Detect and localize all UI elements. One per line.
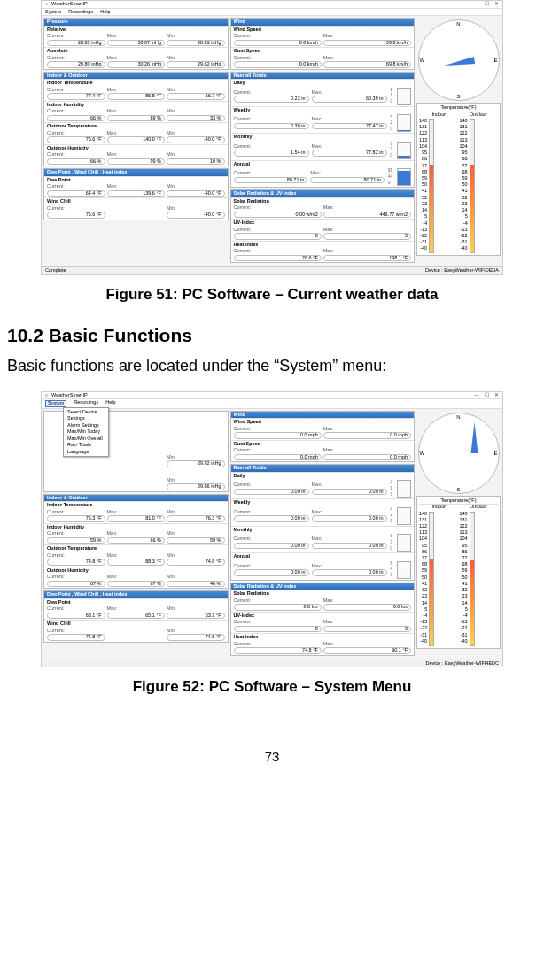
dewpoint-min[interactable]: 63.1 °F [167,613,225,620]
minimize-button[interactable]: — [473,393,480,398]
windchill-min[interactable]: 74.8 °F [167,634,225,641]
outdoor-temp-max[interactable]: 88.3 °F [107,559,166,566]
annual-current[interactable]: 80.71 in [234,177,308,184]
menu-system[interactable]: System [45,400,66,407]
dewpoint-max[interactable]: 139.6 °F [107,190,166,197]
menu-alarm-settings[interactable]: Alarm Settings [64,422,108,429]
indoor-temp-current[interactable]: 77.4 °F [47,93,105,100]
daily-max[interactable]: 60.39 in [312,96,387,103]
solar-rad-current[interactable]: 0.00 w/m2 [234,212,322,219]
outdoor-hum-current[interactable]: 67 % [47,581,105,588]
menu-recordings[interactable]: Recordings [74,400,98,407]
indoor-temp-current[interactable]: 76.3 °F [47,515,105,522]
daily-max[interactable]: 0.00 in [312,489,387,496]
indoor-temp-max[interactable]: 81.0 °F [107,515,166,522]
heat-current[interactable]: 76.6 °F [234,255,322,262]
uv-max[interactable]: 5 [323,233,411,240]
menu-maxmin-today[interactable]: Max/Min Today [64,428,108,436]
monthly-max[interactable]: 0.00 in [312,543,387,550]
menu-help[interactable]: Help [100,10,110,15]
uv-max[interactable]: 0 [323,626,411,633]
menu-recordings[interactable]: Recordings [68,10,93,15]
close-button[interactable]: ✕ [493,393,500,398]
outdoor-temp-min[interactable]: -40.0 °F [167,136,225,143]
outdoor-hum-max[interactable]: 99 % [107,158,166,166]
indoor-temp-max[interactable]: 85.8 °F [107,93,166,100]
windspeed-current[interactable]: 0.0 mph [234,432,322,439]
daily-current[interactable]: 0.22 in [234,96,309,103]
maximize-button[interactable]: ☐ [483,393,490,398]
solar-rad-max[interactable]: 0.0 lux [323,604,411,611]
gust-max[interactable]: 69.8 km/h [323,61,411,68]
windchill-min[interactable]: -40.0 °F [167,212,225,219]
indoor-temp-min[interactable]: 76.3 °F [167,515,225,522]
uv-current[interactable]: 0 [234,233,322,240]
windchill-current[interactable]: 76.6 °F [47,212,105,219]
solar-rad-current[interactable]: 0.0 lux [234,604,322,611]
absolute-min[interactable]: 29.86 inHg [167,483,225,490]
uv-current[interactable]: 0 [234,626,322,633]
menu-rain-totals[interactable]: Rain Totals [64,442,108,449]
indoor-hum-current[interactable]: 59 % [47,537,105,544]
maximize-button[interactable]: ☐ [483,2,490,7]
gust-current[interactable]: 0.0 mph [234,454,322,461]
absolute-current[interactable]: 29.80 inHg [47,61,105,68]
gust-max[interactable]: 0.0 mph [323,454,411,461]
dewpoint-current[interactable]: 64.4 °F [47,190,105,197]
menu-select-device[interactable]: Select Device [64,409,108,416]
relative-max[interactable]: 30.07 inHg [107,40,166,47]
outdoor-hum-current[interactable]: 66 % [47,158,105,166]
gust-current[interactable]: 0.0 km/h [234,61,322,68]
weekly-max[interactable]: 0.00 in [312,515,387,522]
heat-max[interactable]: 90.1 °F [323,647,411,654]
outdoor-temp-min[interactable]: 74.8 °F [167,559,225,566]
outdoor-temp-current[interactable]: 74.8 °F [47,559,105,566]
menu-help[interactable]: Help [105,400,115,407]
windspeed-max[interactable]: 0.0 mph [323,432,411,439]
indoor-hum-max[interactable]: 89 % [107,115,166,122]
heat-current[interactable]: 74.8 °F [234,647,322,654]
monthly-gauge [397,534,411,552]
weekly-current[interactable]: 0.30 in [234,123,309,130]
menu-settings[interactable]: Settings [64,415,108,422]
menu-maxmin-overall[interactable]: Max/Min Overall [64,436,108,443]
minimize-button[interactable]: — [473,2,480,7]
dewpoint-min[interactable]: -40.0 °F [167,190,225,197]
menu-system[interactable]: System [45,10,61,15]
close-button[interactable]: ✕ [493,2,500,7]
indoor-temp-min[interactable]: 66.7 °F [167,93,225,100]
outdoor-temp-max[interactable]: 140.0 °F [107,136,166,143]
windchill-current[interactable]: 74.8 °F [47,634,105,641]
relative-current[interactable]: 28.85 inHg [47,40,105,47]
weekly-max[interactable]: 77.47 in [312,123,387,130]
indoor-hum-current[interactable]: 66 % [47,115,105,122]
windspeed-current[interactable]: 0.0 km/h [234,40,322,47]
relative-min[interactable]: 29.92 inHg [167,460,225,467]
annual-current[interactable]: 0.00 in [234,569,309,576]
monthly-max[interactable]: 77.82 in [312,150,387,157]
weekly-current[interactable]: 0.00 in [234,515,309,522]
heat-max[interactable]: 198.1 °F [323,255,411,262]
daily-current[interactable]: 0.00 in [234,489,309,496]
indoor-hum-min[interactable]: 59 % [167,537,225,544]
monthly-current[interactable]: 0.00 in [234,543,309,550]
rainfall-panel: Rainfall Totals Daily Current:0.22 in Ma… [230,72,416,189]
dewpoint-current[interactable]: 63.1 °F [47,613,105,620]
body-text: Basic functions are located under the “S… [7,357,537,375]
menu-language[interactable]: Language [64,449,108,456]
absolute-min[interactable]: 29.62 inHg [167,61,225,68]
outdoor-hum-min[interactable]: 46 % [167,581,225,588]
monthly-current[interactable]: 1.54 in [234,150,309,157]
absolute-max[interactable]: 30.26 inHg [107,61,166,68]
outdoor-temp-current[interactable]: 76.6 °F [47,136,105,143]
annual-max[interactable]: 0.00 in [312,569,387,576]
outdoor-hum-min[interactable]: 10 % [167,158,225,166]
annual-max[interactable]: 80.71 in [310,177,385,184]
indoor-hum-max[interactable]: 66 % [107,537,166,544]
dewpoint-max[interactable]: 65.1 °F [107,613,166,620]
windspeed-max[interactable]: 59.8 km/h [323,40,411,47]
solar-rad-max[interactable]: 446.77 w/m2 [323,212,411,219]
outdoor-hum-max[interactable]: 67 % [107,581,166,588]
relative-min[interactable]: 28.83 inHg [167,40,225,47]
indoor-hum-min[interactable]: 33 % [167,115,225,122]
